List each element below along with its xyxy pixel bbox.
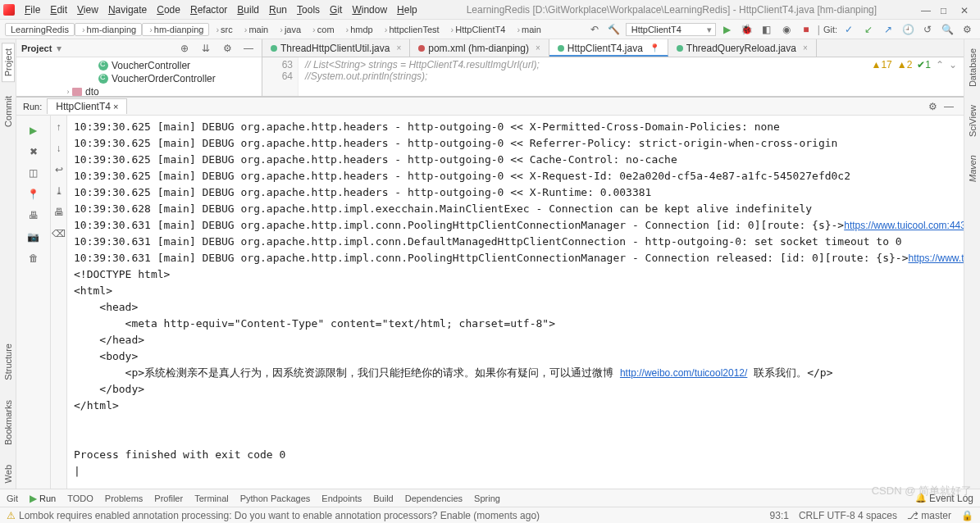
run-dump-icon[interactable]: 📷	[25, 229, 42, 245]
debug-button[interactable]: 🐞	[739, 21, 755, 38]
tree-node[interactable]: VoucherController	[16, 59, 262, 72]
profile-button[interactable]: ◉	[778, 21, 795, 38]
tool-web[interactable]: Web	[2, 459, 15, 489]
run-hide-icon[interactable]: —	[941, 98, 957, 115]
run-config-combo[interactable]: HttpClientT4	[626, 23, 716, 36]
menu-window[interactable]: Window	[347, 2, 392, 17]
tool-project[interactable]: Project	[2, 43, 15, 82]
coverage-button[interactable]: ◧	[759, 21, 775, 38]
project-select-opened-icon[interactable]: ⊕	[176, 40, 193, 57]
git-update-icon[interactable]: ✓	[841, 21, 857, 38]
tree-node[interactable]: ›dto	[16, 85, 262, 96]
menu-git[interactable]: Git	[325, 2, 347, 17]
close-tab-icon[interactable]: ×	[396, 43, 401, 52]
stop-button[interactable]: ■	[798, 21, 814, 38]
run-tab[interactable]: HttpClientT4 ×	[47, 98, 127, 114]
breadcrumb[interactable]: HttpClientT4	[444, 24, 511, 35]
settings-icon[interactable]: ⚙	[959, 21, 975, 38]
close-tab-icon[interactable]: ×	[803, 43, 808, 52]
menu-edit[interactable]: Edit	[45, 2, 72, 17]
pin-icon[interactable]: 📍	[650, 43, 659, 52]
tool-structure[interactable]: Structure	[2, 338, 15, 386]
project-hide-icon[interactable]: —	[240, 40, 257, 57]
stop-run-button[interactable]: ✖	[25, 143, 42, 160]
bottom-tab-run[interactable]: ▶ Run	[30, 493, 56, 504]
nav-back-icon[interactable]: ↶	[586, 21, 603, 38]
breadcrumb[interactable]: com	[306, 24, 339, 35]
bottom-tab-git[interactable]: Git	[7, 493, 18, 504]
git-branch[interactable]: ⎇ master	[907, 510, 951, 521]
breadcrumb[interactable]: main	[238, 24, 274, 35]
bottom-tab-python-packages[interactable]: Python Packages	[240, 493, 311, 504]
tool-database[interactable]: Database	[966, 43, 979, 93]
scroll-up-icon[interactable]: ↑	[51, 119, 67, 135]
close-tab-icon[interactable]: ×	[536, 43, 540, 52]
run-layout-icon[interactable]: ◫	[25, 165, 42, 181]
bottom-tab-profiler[interactable]: Profiler	[154, 493, 183, 504]
project-collapse-icon[interactable]: ⇊	[198, 40, 214, 57]
tool-bookmarks[interactable]: Bookmarks	[2, 394, 15, 451]
git-commit-icon[interactable]: ↙	[860, 21, 877, 38]
bottom-tab-build[interactable]: Build	[373, 493, 393, 504]
tool-maven[interactable]: Maven	[966, 149, 979, 188]
scroll-end-icon[interactable]: ⤓	[51, 183, 67, 199]
run-settings-icon[interactable]: ⚙	[924, 98, 941, 115]
soft-wrap-icon[interactable]: ↩	[51, 161, 67, 178]
bottom-tab-spring[interactable]: Spring	[474, 493, 500, 504]
tool-commit[interactable]: Commit	[2, 90, 15, 133]
maximize-button[interactable]: □	[941, 5, 950, 15]
clear-console-icon[interactable]: ⌫	[51, 225, 67, 242]
git-rollback-icon[interactable]: ↺	[919, 21, 936, 38]
menu-tools[interactable]: Tools	[292, 2, 325, 17]
menu-view[interactable]: View	[72, 2, 103, 17]
menu-navigate[interactable]: Navigate	[103, 2, 152, 17]
encoding-info[interactable]: CRLF UTF-8 4 spaces	[799, 510, 897, 521]
status-message[interactable]: Lombok requires enabled annotation proce…	[19, 510, 760, 521]
hammer-icon[interactable]: 🔨	[606, 21, 622, 38]
git-push-icon[interactable]: ↗	[880, 21, 896, 38]
breadcrumb[interactable]: main	[510, 24, 546, 35]
tool-sciview[interactable]: SciView	[966, 99, 979, 143]
editor-content[interactable]: // List<String> strings = HttpClientT4.r…	[299, 57, 964, 96]
breadcrumb[interactable]: hmdp	[340, 24, 378, 35]
editor-tab[interactable]: pom.xml (hm-dianping)×	[410, 39, 549, 57]
breadcrumb[interactable]: LearningRedis	[5, 23, 75, 36]
lock-icon[interactable]: 🔒	[961, 510, 973, 521]
tree-node[interactable]: VoucherOrderController	[16, 72, 262, 85]
run-pin-icon[interactable]: 📍	[25, 186, 42, 202]
run-button[interactable]: ▶	[719, 21, 736, 38]
console-output[interactable]: 10:39:30.625 [main] DEBUG org.apache.htt…	[67, 116, 964, 489]
rerun-button[interactable]: ▶	[25, 122, 42, 139]
link[interactable]: https://www.tuicool.com:443	[844, 220, 964, 231]
bottom-tab-todo[interactable]: TODO	[67, 493, 93, 504]
breadcrumb[interactable]: hm-dianping	[75, 23, 142, 36]
inspection-badges[interactable]: ▲17 ▲2 ✔1 ⌃ ⌄	[871, 59, 957, 70]
bottom-tab-terminal[interactable]: Terminal	[194, 493, 229, 504]
caret-position[interactable]: 93:1	[770, 510, 789, 521]
link[interactable]: http://weibo.com/tuicool2012/	[620, 367, 747, 379]
menu-file[interactable]: File	[20, 2, 45, 17]
link[interactable]: https://www.tuicool.com:443	[908, 252, 964, 264]
breadcrumb[interactable]: hm-dianping	[142, 23, 209, 36]
breadcrumb[interactable]: src	[209, 24, 237, 35]
menu-help[interactable]: Help	[392, 2, 422, 17]
project-settings-icon[interactable]: ⚙	[219, 40, 235, 57]
git-history-icon[interactable]: 🕘	[900, 21, 916, 38]
menu-build[interactable]: Build	[232, 2, 264, 17]
minimize-button[interactable]: —	[921, 5, 931, 15]
breadcrumb[interactable]: java	[273, 24, 306, 35]
bottom-tab-endpoints[interactable]: Endpoints	[321, 493, 362, 504]
scroll-down-icon[interactable]: ↓	[51, 140, 67, 157]
print-console-icon[interactable]: 🖶	[51, 204, 67, 221]
run-delete-icon[interactable]: 🗑	[25, 250, 42, 266]
editor-tab[interactable]: HttpClientT4.java📍	[549, 39, 668, 57]
run-print-icon[interactable]: 🖶	[25, 207, 42, 224]
breadcrumb[interactable]: httpclienTest	[378, 24, 444, 35]
search-icon[interactable]: 🔍	[939, 21, 955, 38]
menu-refactor[interactable]: Refactor	[185, 2, 232, 17]
editor-tab[interactable]: ThreadHttpClientUtil.java×	[262, 39, 410, 57]
event-log-button[interactable]: 🔔 Event Log	[915, 493, 973, 504]
bottom-tab-problems[interactable]: Problems	[105, 493, 143, 504]
bottom-tab-dependencies[interactable]: Dependencies	[405, 493, 463, 504]
menu-code[interactable]: Code	[152, 2, 185, 17]
